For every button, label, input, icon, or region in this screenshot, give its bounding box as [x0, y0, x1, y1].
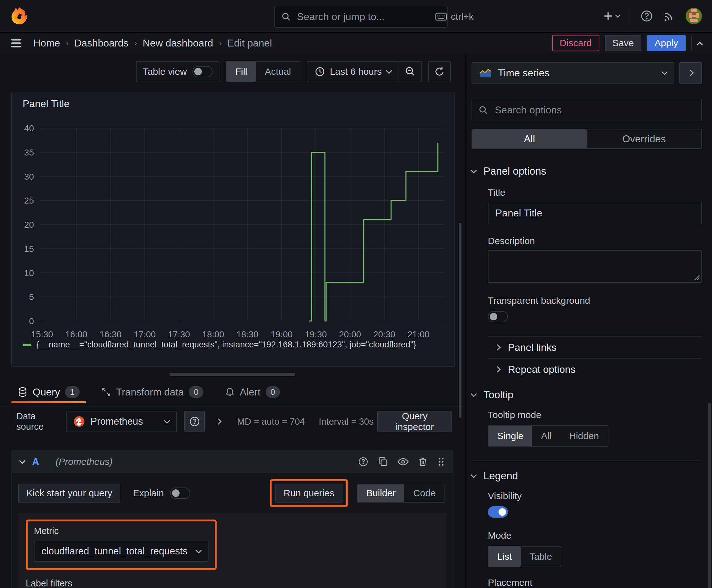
y-tick-label: 30 — [24, 172, 34, 182]
metric-select[interactable]: cloudflared_tunnel_total_requests — [34, 541, 209, 562]
explain-toggle[interactable] — [170, 487, 190, 499]
active-tab-underline — [11, 401, 86, 403]
datasource-select[interactable]: Prometheus — [66, 411, 177, 432]
legend-visibility-toggle[interactable] — [488, 506, 508, 518]
bell-icon — [225, 387, 235, 397]
chart-panel[interactable]: Panel Title 15:3016:0016:3017:0017:3018:… — [11, 92, 455, 367]
chevron-up-icon — [697, 42, 703, 48]
breadcrumb-edit-panel: Edit panel — [227, 37, 272, 49]
query-help-icon[interactable] — [358, 456, 369, 467]
legend-header[interactable]: Legend — [472, 470, 702, 482]
save-button[interactable]: Save — [605, 35, 641, 51]
fill-option[interactable]: Fill — [226, 62, 256, 82]
sidebar-scrollbar[interactable] — [708, 403, 711, 588]
resize-grip-icon[interactable] — [694, 275, 700, 281]
chevron-down-icon — [19, 458, 25, 464]
transparent-background-toggle[interactable] — [488, 311, 508, 322]
breadcrumb-separator: › — [219, 38, 222, 48]
main-scrollbar[interactable] — [459, 223, 461, 418]
shortcut-label: ctrl+k — [451, 11, 474, 22]
tooltip-mode-label: Tooltip mode — [488, 410, 702, 420]
delete-query-icon[interactable] — [418, 457, 428, 467]
tooltip-header[interactable]: Tooltip — [472, 389, 702, 401]
search-icon — [281, 12, 291, 21]
panel-links-section[interactable]: Panel links — [488, 337, 702, 358]
collapse-options-button[interactable] — [679, 62, 702, 84]
legend-table-option[interactable]: Table — [521, 547, 561, 567]
tab-transform-label: Transform data — [116, 386, 184, 398]
query-options-row: Kick start your query Explain Run querie… — [18, 479, 445, 507]
kick-start-query-button[interactable]: Kick start your query — [18, 484, 120, 503]
description-textarea[interactable] — [488, 250, 702, 283]
panel-resize-row — [0, 370, 465, 379]
panel-title-input[interactable] — [488, 202, 702, 224]
chevron-down-icon — [662, 69, 668, 75]
tab-query[interactable]: Query 1 — [18, 383, 80, 401]
query-row-header[interactable]: A (Prometheus) — [12, 450, 453, 473]
menu-toggle-icon[interactable] — [10, 38, 22, 49]
builder-option[interactable]: Builder — [358, 484, 404, 502]
y-tick-label: 5 — [29, 292, 34, 302]
tab-transform[interactable]: Transform data 0 — [101, 383, 203, 401]
search-options-input[interactable] — [494, 104, 695, 117]
resize-handle[interactable] — [170, 373, 295, 376]
help-button[interactable] — [641, 10, 653, 22]
datasource-name: Prometheus — [90, 416, 143, 427]
duplicate-query-icon[interactable] — [378, 457, 388, 467]
tooltip-mode-switch: Single All Hidden — [488, 425, 608, 447]
time-series-chart[interactable]: 15:3016:0016:3017:0017:3018:0018:3019:00… — [12, 92, 455, 368]
breadcrumb-home[interactable]: Home — [33, 37, 60, 49]
tooltip-hidden-option[interactable]: Hidden — [560, 426, 608, 446]
zoom-out-button[interactable] — [399, 62, 421, 82]
query-ref-id: A — [32, 456, 39, 468]
global-search[interactable]: ctrl+k — [274, 6, 448, 28]
visualization-select[interactable]: Time series — [472, 62, 674, 84]
tooltip-all-option[interactable]: All — [532, 426, 560, 446]
tab-alert[interactable]: Alert 0 — [225, 383, 280, 401]
repeat-options-section[interactable]: Repeat options — [488, 359, 702, 380]
user-avatar[interactable] — [686, 8, 702, 24]
actual-option[interactable]: Actual — [256, 62, 300, 82]
options-sidebar: Time series All Overrides Pa — [467, 54, 712, 588]
prometheus-icon — [73, 416, 85, 427]
query-count-badge: 1 — [65, 386, 80, 398]
y-tick-label: 40 — [24, 123, 34, 133]
breadcrumb-new-dashboard[interactable]: New dashboard — [143, 37, 213, 49]
table-view-toggle[interactable] — [192, 66, 213, 77]
x-tick-label: 19:00 — [271, 330, 293, 339]
chart-legend[interactable]: {__name__="cloudflared_tunnel_total_requ… — [23, 340, 416, 350]
grafana-logo-icon[interactable] — [10, 6, 29, 25]
refresh-button[interactable] — [428, 61, 451, 82]
time-range-button[interactable]: Last 6 hours — [307, 62, 399, 82]
search-options-box[interactable] — [472, 99, 702, 121]
tooltip-single-option[interactable]: Single — [489, 426, 532, 446]
toggle-visibility-icon[interactable] — [397, 457, 409, 467]
panel-options-header[interactable]: Panel options — [472, 165, 702, 177]
breadcrumb-separator: › — [66, 38, 68, 48]
explain-label: Explain — [133, 488, 164, 499]
query-inspector-button[interactable]: Query inspector — [377, 411, 452, 432]
builder-code-switch: Builder Code — [357, 484, 445, 503]
search-input[interactable] — [296, 10, 430, 23]
breadcrumb: Home › Dashboards › New dashboard › Edit… — [33, 37, 272, 49]
tab-query-label: Query — [33, 386, 60, 398]
breadcrumb-dashboards[interactable]: Dashboards — [74, 37, 129, 49]
apply-button[interactable]: Apply — [647, 35, 686, 51]
breadcrumb-bar: Home › Dashboards › New dashboard › Edit… — [0, 33, 712, 54]
collapse-header-button[interactable] — [697, 41, 702, 45]
tab-all[interactable]: All — [472, 129, 587, 148]
x-tick-label: 20:30 — [373, 330, 395, 339]
discard-button[interactable]: Discard — [552, 35, 599, 51]
datasource-help-button[interactable] — [184, 411, 205, 432]
run-queries-button[interactable]: Run queries — [275, 484, 343, 503]
x-tick-label: 15:30 — [31, 330, 53, 339]
news-rss-button[interactable] — [663, 10, 675, 22]
chevron-right-icon — [494, 366, 501, 373]
visualization-row: Time series — [472, 62, 702, 84]
code-option[interactable]: Code — [404, 484, 445, 502]
add-button[interactable] — [603, 11, 620, 21]
drag-handle-icon[interactable] — [437, 457, 445, 467]
legend-list-option[interactable]: List — [489, 547, 521, 567]
tab-overrides[interactable]: Overrides — [587, 129, 701, 148]
chevron-right-icon[interactable] — [215, 418, 222, 425]
